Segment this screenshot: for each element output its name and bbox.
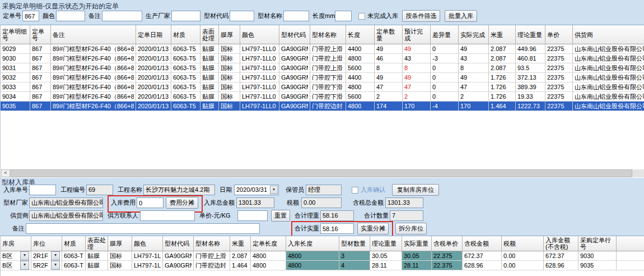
column-header[interactable]: 库位 (31, 236, 62, 251)
table-row[interactable]: 903486789#门框型材F26-F40（866+867）2020/01/13… (1, 92, 644, 102)
dropdown-arrow-icon[interactable]: ▾ (51, 251, 60, 260)
dropdown-arrow-icon[interactable]: ▾ (20, 261, 29, 270)
column-header[interactable]: 实际完成 (459, 25, 489, 44)
column-header[interactable]: 型材数量 (339, 236, 370, 251)
table-row[interactable]: 902986789#门框型材F26-F40（866+867）2020/01/13… (1, 44, 644, 54)
grid-cell: 2020/01/13 (136, 44, 171, 54)
table-row[interactable]: 903286789#门框型材F26-F40（866+867）2020/01/13… (1, 73, 644, 82)
profile-code-filter-input[interactable] (230, 11, 254, 21)
inbound-fee-input[interactable] (137, 197, 164, 208)
fee-split-button[interactable]: 费用分摊 (166, 197, 198, 209)
column-header[interactable]: 理论重量 (516, 25, 545, 44)
column-header[interactable]: 型材代码 (279, 25, 310, 44)
order-no-input[interactable] (22, 11, 39, 21)
length-filter-input[interactable] (335, 11, 352, 21)
batch-inbound-button[interactable]: 批量入库 (445, 10, 477, 22)
column-header[interactable]: 表面处理 (200, 25, 219, 44)
column-header[interactable]: 实际重量 (402, 236, 432, 251)
column-header[interactable]: 米重 (489, 25, 516, 44)
column-header[interactable]: 差异量 (431, 25, 459, 44)
table-row[interactable]: 903386789#门框型材F26-F40（866+867）2020/01/13… (1, 82, 644, 92)
calendar-dropdown-button[interactable]: ▾ (270, 186, 278, 194)
date-input[interactable]: 2020/03/31 ▾ (234, 185, 279, 195)
column-header-text: 实际完成 (460, 31, 485, 38)
remark-input[interactable] (26, 223, 260, 234)
horizontal-scrollbar[interactable]: < (1, 169, 644, 177)
copy-warehouse-location-button[interactable]: 复制库房库位 (392, 184, 439, 196)
column-header[interactable]: 入库金额(不含税) (544, 236, 578, 251)
cell-text: 6063-T5 (173, 55, 196, 62)
column-header[interactable]: 定单长度 (251, 236, 286, 251)
column-header-text: 米重 (491, 31, 503, 38)
grid-cell: 6063-T5 (171, 44, 200, 54)
column-header[interactable]: 膜厚 (108, 236, 132, 251)
column-header[interactable]: 型材名称 (310, 25, 346, 44)
column-header[interactable]: 含税单价 (432, 236, 463, 251)
profile-name-filter-input[interactable] (283, 11, 309, 21)
column-header[interactable]: 含税金额 (463, 236, 502, 251)
column-header[interactable]: 米重 (230, 236, 251, 251)
scroll-left-button[interactable]: < (1, 169, 10, 177)
filter-by-condition-button[interactable]: 按条件筛选 (402, 10, 440, 22)
scrollbar-thumb[interactable] (11, 169, 632, 177)
grid-cell: 867 (30, 63, 51, 73)
cell-text: 2R1F (33, 252, 48, 259)
total-actual-weight-input[interactable] (320, 223, 354, 234)
column-header[interactable]: 入库长度 (286, 236, 339, 251)
table-row[interactable]: 903086789#门框型材F26-F40（866+867）2020/01/13… (1, 54, 644, 63)
cell-text: 672.37 (464, 252, 483, 259)
table-row[interactable]: B区▾2R1F▾6063-T5贴膜国标LH797-1LL0GA90GRM03门带… (1, 251, 644, 261)
column-header[interactable]: 材质 (62, 236, 86, 251)
column-header[interactable]: 单价 (545, 25, 573, 44)
color-input[interactable] (56, 11, 85, 21)
grid-cell: 49 (375, 44, 403, 54)
grid-cell: 山东南山铝业股份有限公司 (573, 102, 644, 111)
inbound-no-input[interactable] (29, 185, 56, 195)
supplier-contact-input[interactable] (140, 210, 195, 221)
column-header[interactable]: 库房 (1, 236, 31, 251)
unit-price-input[interactable] (237, 210, 268, 221)
column-header[interactable]: 预计完成 (403, 25, 431, 44)
column-header[interactable]: 定单号 (30, 25, 51, 44)
reset-button[interactable]: 重置 (271, 210, 290, 222)
manufacturer-input[interactable] (171, 11, 200, 21)
cell-text: 672.37 (545, 252, 564, 259)
column-header[interactable]: 颜色 (240, 25, 279, 44)
column-header[interactable]: 定单数量 (375, 25, 403, 44)
cell-text: 867 (32, 74, 42, 81)
grid-cell: 22375 (545, 63, 573, 73)
grid-cell: 6063-T5 (171, 63, 200, 73)
column-header[interactable]: 型材名称 (194, 236, 230, 251)
column-header[interactable]: 定单日期 (136, 25, 171, 44)
table-row[interactable]: 903186789#门框型材F26-F40（866+867）2020/01/13… (1, 63, 644, 73)
table-row[interactable]: 903586789#门框型材F26-F40（866+867）2020/01/13… (1, 102, 644, 111)
grid-cell: 门带腔上滑 (194, 251, 230, 261)
column-header[interactable]: 型材代码 (163, 236, 194, 251)
column-header[interactable]: 颜色 (132, 236, 163, 251)
column-header[interactable]: 定单明细号 (1, 25, 30, 44)
column-header[interactable]: 表面处理 (86, 236, 108, 251)
actual-weight-split-button[interactable]: 实重分摊 (357, 223, 389, 234)
grid-cell: 4800 (346, 54, 375, 63)
split-location-button[interactable]: 拆分库位 (395, 223, 427, 234)
grid-cell: 2020/01/13 (136, 102, 171, 111)
cell-text: 贴膜 (87, 252, 100, 260)
column-header[interactable]: 长度 (346, 25, 375, 44)
table-row[interactable]: B区▾5R2F▾6063-T5贴膜国标LH797-1LL0GA90GRM05门带… (1, 261, 644, 270)
dropdown-arrow-icon[interactable]: ▾ (20, 251, 29, 260)
inbound-confirm-checkbox[interactable] (352, 187, 358, 194)
column-header-text: 材质 (64, 240, 76, 247)
scroll-left-arrow-icon: < (4, 170, 7, 176)
grid-cell: 2020/01/13 (136, 54, 171, 63)
column-header[interactable]: 材质 (171, 25, 200, 44)
unfinished-inbound-checkbox[interactable] (358, 13, 365, 20)
column-header[interactable]: 供货商 (573, 25, 644, 44)
cell-text: 1.726 (491, 84, 506, 90)
remark-filter-input[interactable] (102, 11, 142, 21)
column-header[interactable]: 税额 (502, 236, 544, 251)
column-header[interactable]: 采购定单行号 (578, 236, 617, 251)
dropdown-arrow-icon[interactable]: ▾ (51, 261, 60, 270)
column-header[interactable]: 理论重量 (370, 236, 402, 251)
column-header[interactable]: 备注 (51, 25, 136, 44)
column-header[interactable]: 膜厚 (219, 25, 240, 44)
